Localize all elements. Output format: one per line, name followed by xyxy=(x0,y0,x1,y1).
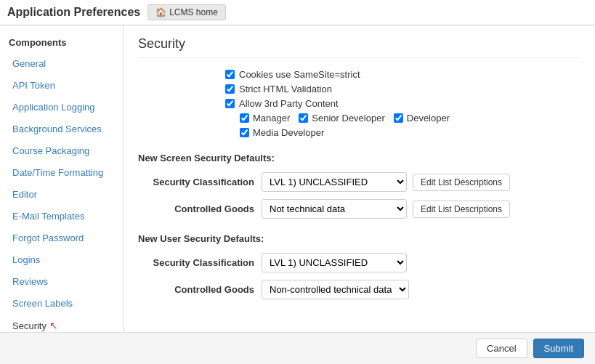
sidebar-section-title: Components xyxy=(0,33,123,52)
sidebar-item-logins[interactable]: Logins xyxy=(3,249,120,270)
breadcrumb-label: LCMS home xyxy=(169,7,218,17)
screen-controlled-edit-button[interactable]: Edit List Descriptions xyxy=(413,201,510,218)
screen-classification-select[interactable]: LVL 1) UNCLASSIFIED LVL 2) CLASSIFIED LV… xyxy=(262,172,407,192)
checkbox-row-samesite: Cookies use SameSite=strict xyxy=(225,69,580,80)
screen-security-heading: New Screen Security Defaults: xyxy=(138,153,580,163)
sidebar-item-datetime-formatting[interactable]: Date/Time Formatting xyxy=(3,162,120,183)
checkbox-media-developer[interactable] xyxy=(240,128,249,137)
checkbox-group-media-developer: Media Developer xyxy=(240,127,324,138)
user-security-section: New User Security Defaults: Security Cla… xyxy=(138,233,580,299)
sidebar-item-general[interactable]: General xyxy=(3,53,120,74)
main-content: Security Cookies use SameSite=strict Str… xyxy=(124,25,595,364)
user-controlled-label: Controlled Goods xyxy=(138,284,254,295)
checkbox-developer-label: Developer xyxy=(407,113,450,124)
checkbox-samesite[interactable] xyxy=(225,70,235,79)
checkbox-html-validation[interactable] xyxy=(225,84,235,94)
user-controlled-row: Controlled Goods Non-controlled technica… xyxy=(138,280,580,299)
screen-classification-controls: LVL 1) UNCLASSIFIED LVL 2) CLASSIFIED LV… xyxy=(262,172,510,192)
user-classification-controls: LVL 1) UNCLASSIFIED LVL 2) CLASSIFIED LV… xyxy=(262,253,407,272)
role-checkboxes-row1: Manager Senior Developer Developer xyxy=(240,113,580,124)
screen-controlled-select[interactable]: Not technical data Technical data Contro… xyxy=(262,199,407,219)
home-icon: 🏠 xyxy=(155,7,166,17)
user-security-heading: New User Security Defaults: xyxy=(138,233,580,244)
screen-security-section: New Screen Security Defaults: Security C… xyxy=(138,153,580,219)
sidebar-item-api-token[interactable]: API Token xyxy=(3,75,120,96)
cancel-button[interactable]: Cancel xyxy=(476,339,527,358)
active-arrow-icon: ↖ xyxy=(49,320,58,331)
breadcrumb-tab[interactable]: 🏠 LCMS home xyxy=(147,4,226,20)
screen-controlled-controls: Not technical data Technical data Contro… xyxy=(262,199,510,219)
user-classification-select[interactable]: LVL 1) UNCLASSIFIED LVL 2) CLASSIFIED LV… xyxy=(262,253,407,272)
footer: Cancel Submit xyxy=(0,332,595,364)
checkbox-html-validation-label: Strict HTML Validation xyxy=(239,84,332,94)
user-classification-row: Security Classification LVL 1) UNCLASSIF… xyxy=(138,253,580,272)
screen-classification-edit-button[interactable]: Edit List Descriptions xyxy=(413,174,510,191)
sidebar-item-application-logging[interactable]: Application Logging xyxy=(3,97,120,118)
checkbox-row-3rd-party: Allow 3rd Party Content xyxy=(225,98,580,109)
user-controlled-select[interactable]: Non-controlled technical data Technical … xyxy=(262,280,409,299)
sidebar-item-course-packaging[interactable]: Course Packaging xyxy=(3,140,120,161)
checkbox-media-developer-label: Media Developer xyxy=(253,127,324,138)
sidebar-item-editor[interactable]: Editor xyxy=(3,184,120,205)
checkbox-senior-developer[interactable] xyxy=(299,113,308,123)
user-controlled-controls: Non-controlled technical data Technical … xyxy=(262,280,409,299)
screen-controlled-label: Controlled Goods xyxy=(138,203,254,214)
checkbox-group-developer: Developer xyxy=(394,113,450,124)
app-title: Application Preferences xyxy=(7,6,140,19)
content-title: Security xyxy=(138,36,580,58)
checkbox-group-manager: Manager xyxy=(240,113,290,124)
sidebar-item-background-services[interactable]: Background Services xyxy=(3,118,120,139)
checkbox-developer[interactable] xyxy=(394,113,403,123)
checkbox-samesite-label: Cookies use SameSite=strict xyxy=(239,69,360,80)
sidebar-item-forgot-password[interactable]: Forgot Password xyxy=(3,227,120,248)
checkbox-senior-developer-label: Senior Developer xyxy=(312,113,384,124)
screen-classification-label: Security Classification xyxy=(138,177,254,187)
checkboxes-section: Cookies use SameSite=strict Strict HTML … xyxy=(225,69,580,138)
screen-classification-row: Security Classification LVL 1) UNCLASSIF… xyxy=(138,172,580,192)
checkbox-3rd-party[interactable] xyxy=(225,99,235,108)
sidebar-item-reviews[interactable]: Reviews xyxy=(3,271,120,292)
sidebar-item-email-templates[interactable]: E-Mail Templates xyxy=(3,206,120,227)
checkbox-manager-label: Manager xyxy=(253,113,290,124)
sidebar: Components General API Token Application… xyxy=(0,25,124,364)
role-checkboxes-row2: Media Developer xyxy=(240,127,580,138)
checkbox-3rd-party-label: Allow 3rd Party Content xyxy=(239,98,339,109)
user-classification-label: Security Classification xyxy=(138,257,254,268)
checkbox-group-senior-developer: Senior Developer xyxy=(299,113,384,124)
submit-button[interactable]: Submit xyxy=(533,339,584,358)
screen-controlled-row: Controlled Goods Not technical data Tech… xyxy=(138,199,580,219)
checkbox-manager[interactable] xyxy=(240,113,249,123)
checkbox-row-html-validation: Strict HTML Validation xyxy=(225,84,580,94)
sidebar-item-screen-labels[interactable]: Screen Labels xyxy=(3,293,120,314)
